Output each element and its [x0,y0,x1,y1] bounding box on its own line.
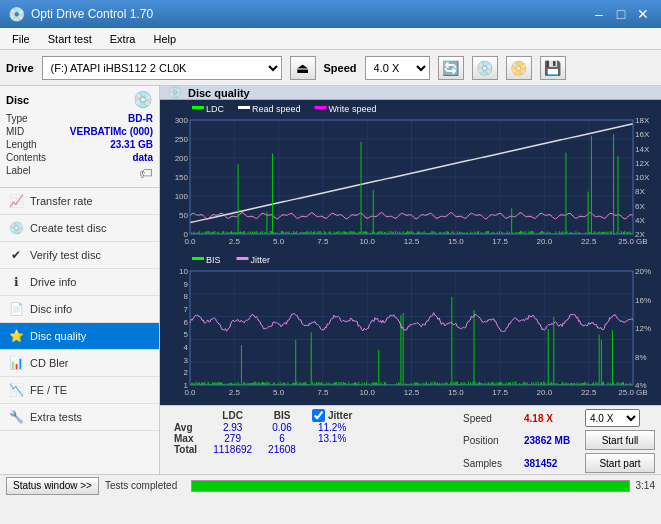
speed-stat-value: 4.18 X [524,413,579,424]
status-text: Tests completed [105,480,185,491]
progress-bar-fill [192,481,629,491]
refresh-button[interactable]: 🔄 [438,56,464,80]
col-header-jitter-check: Jitter [304,409,360,422]
start-part-button[interactable]: Start part [585,453,655,473]
nav-create-test-disc[interactable]: 💿 Create test disc [0,215,159,242]
dq-header-title: Disc quality [188,87,250,99]
fe-te-icon: 📉 [8,382,24,398]
content-area: 💿 Disc quality LDC BIS [160,86,661,474]
disc-panel-title: Disc [6,94,29,106]
cd-bler-icon: 📊 [8,355,24,371]
disc-quality-icon: ⭐ [8,328,24,344]
samples-row: Samples 381452 Start part [463,453,655,473]
jitter-checkbox[interactable] [312,409,325,422]
minimize-button[interactable]: – [589,4,609,24]
disc-length-row: Length 23.31 GB [6,139,153,150]
main-layout: Disc 💿 Type BD-R MID VERBATIMc (000) Len… [0,86,661,474]
stats-left: LDC BIS Jitter Avg 2.93 0.06 [166,409,360,455]
drive-select[interactable]: (F:) ATAPI iHBS112 2 CL0K [42,56,282,80]
nav-verify-test-disc[interactable]: ✔ Verify test disc [0,242,159,269]
dq-header-icon: 💿 [168,86,182,99]
transfer-rate-icon: 📈 [8,193,24,209]
disc-label-label: Label [6,165,30,181]
menu-extra[interactable]: Extra [102,29,144,49]
app-title: Opti Drive Control 1.70 [31,7,153,21]
disc-contents-label: Contents [6,152,46,163]
nav-drive-info[interactable]: ℹ Drive info [0,269,159,296]
disc-length-label: Length [6,139,37,150]
max-bis: 6 [260,433,304,444]
jitter-label: Jitter [328,410,352,421]
nav-extra-tests[interactable]: 🔧 Extra tests [0,404,159,431]
progress-bar [191,480,630,492]
nav-cd-bler-label: CD Bler [30,357,69,369]
disc-mid-label: MID [6,126,24,137]
jitter-checkbox-label[interactable]: Jitter [312,409,352,422]
eject-button[interactable]: ⏏ [290,56,316,80]
nav-extra-tests-label: Extra tests [30,411,82,423]
chart1-canvas [162,102,661,252]
titlebar: 💿 Opti Drive Control 1.70 – □ ✕ [0,0,661,28]
maximize-button[interactable]: □ [611,4,631,24]
disc-quality-header: 💿 Disc quality [160,86,661,100]
disc-type-row: Type BD-R [6,113,153,124]
charts-area [160,100,661,405]
avg-bis: 0.06 [260,422,304,433]
nav-verify-test-disc-label: Verify test disc [30,249,101,261]
speed-label: Speed [324,62,357,74]
menubar: File Start test Extra Help [0,28,661,50]
chart1-container [162,102,659,252]
nav-disc-info-label: Disc info [30,303,72,315]
verify-test-disc-icon: ✔ [8,247,24,263]
titlebar-left: 💿 Opti Drive Control 1.70 [8,6,153,22]
nav-disc-info[interactable]: 📄 Disc info [0,296,159,323]
stats-max-row: Max 279 6 13.1% [166,433,360,444]
avg-jitter: 11.2% [304,422,360,433]
close-button[interactable]: ✕ [633,4,653,24]
max-ldc: 279 [205,433,260,444]
menu-file[interactable]: File [4,29,38,49]
col-header-ldc: LDC [205,409,260,422]
disc-button1[interactable]: 💿 [472,56,498,80]
disc-button2[interactable]: 📀 [506,56,532,80]
samples-value: 381452 [524,458,579,469]
disc-length-value: 23.31 GB [110,139,153,150]
nav-transfer-rate-label: Transfer rate [30,195,93,207]
disc-info-icon: 📄 [8,301,24,317]
col-header-bis: BIS [260,409,304,422]
disc-contents-value: data [132,152,153,163]
extra-tests-icon: 🔧 [8,409,24,425]
speed-stat-label: Speed [463,413,518,424]
position-label: Position [463,435,518,446]
disc-type-value: BD-R [128,113,153,124]
nav-fe-te[interactable]: 📉 FE / TE [0,377,159,404]
disc-panel-icon: 💿 [133,90,153,109]
total-label: Total [166,444,205,455]
start-full-button[interactable]: Start full [585,430,655,450]
nav-disc-quality-label: Disc quality [30,330,86,342]
position-value: 23862 MB [524,435,579,446]
stats-total-row: Total 1118692 21608 [166,444,360,455]
disc-label-icon: 🏷 [139,165,153,181]
nav-create-test-disc-label: Create test disc [30,222,106,234]
disc-type-label: Type [6,113,28,124]
menu-start-test[interactable]: Start test [40,29,100,49]
disc-mid-row: MID VERBATIMc (000) [6,126,153,137]
app-icon: 💿 [8,6,25,22]
stats-right: Speed 4.18 X 4.0 X Position 23862 MB Sta… [463,409,655,473]
position-row: Position 23862 MB Start full [463,430,655,450]
status-window-button[interactable]: Status window >> [6,477,99,495]
nav-transfer-rate[interactable]: 📈 Transfer rate [0,188,159,215]
menu-help[interactable]: Help [145,29,184,49]
drive-label: Drive [6,62,34,74]
nav-cd-bler[interactable]: 📊 CD Bler [0,350,159,377]
speed-stat-select[interactable]: 4.0 X [585,409,640,427]
avg-label: Avg [166,422,205,433]
speed-select[interactable]: 4.0 X 1.0 X 2.0 X 6.0 X 8.0 X [365,56,430,80]
nav-disc-quality[interactable]: ⭐ Disc quality [0,323,159,350]
max-jitter: 13.1% [304,433,360,444]
save-button[interactable]: 💾 [540,56,566,80]
total-bis: 21608 [260,444,304,455]
samples-label: Samples [463,458,518,469]
disc-info-panel: Disc 💿 Type BD-R MID VERBATIMc (000) Len… [0,86,159,188]
